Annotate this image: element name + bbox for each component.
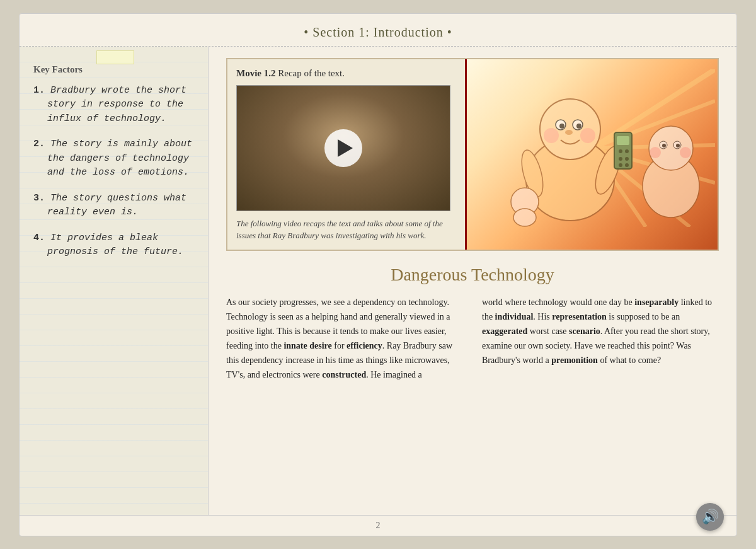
- main-content: Movie 1.2 Recap of the text. The followi…: [209, 47, 736, 515]
- bold-representation: representation: [552, 312, 607, 321]
- text-column-1: As our society progresses, we see a depe…: [226, 295, 463, 383]
- page-number: 2: [376, 521, 381, 530]
- sidebar-title: Key Factors: [33, 64, 197, 75]
- bold-scenario: scenario: [569, 327, 600, 336]
- svg-point-21: [619, 157, 622, 161]
- list-number: 3.: [33, 193, 45, 204]
- svg-point-29: [662, 144, 666, 147]
- list-item: 3. The story questions what reality even…: [33, 192, 197, 220]
- list-item: 2. The story is mainly about the dangers…: [33, 137, 197, 180]
- text-columns: As our society progresses, we see a depe…: [226, 295, 719, 383]
- svg-point-14: [580, 128, 595, 143]
- text-column-2: world where technology would one day be …: [482, 295, 719, 383]
- page-header: • Section 1: Introduction •: [20, 14, 736, 47]
- cartoon-panel: [467, 59, 718, 250]
- svg-point-31: [650, 147, 661, 158]
- section-title: Dangerous Technology: [226, 265, 719, 285]
- svg-point-20: [625, 149, 629, 153]
- bold-innate-desire: innate desire: [284, 341, 331, 350]
- bold-premonition: premonition: [551, 355, 598, 365]
- cartoon-illustration: [467, 59, 718, 250]
- bold-efficiency: efficiency: [346, 341, 382, 350]
- bold-constructed: constructed: [322, 370, 366, 379]
- svg-point-19: [619, 149, 622, 153]
- video-label-normal: Recap of the text.: [275, 68, 345, 78]
- svg-point-32: [680, 147, 691, 158]
- svg-rect-18: [617, 136, 629, 145]
- video-caption: The following video recaps the text and …: [236, 217, 456, 242]
- svg-point-22: [625, 157, 629, 161]
- video-label-bold: Movie 1.2: [236, 68, 275, 78]
- bold-exaggerated: exaggerated: [482, 327, 527, 336]
- video-thumbnail[interactable]: [236, 85, 450, 211]
- text-paragraph-1: As our society progresses, we see a depe…: [226, 295, 463, 383]
- svg-point-23: [619, 163, 622, 167]
- svg-point-10: [559, 124, 564, 129]
- media-row: Movie 1.2 Recap of the text. The followi…: [226, 58, 719, 251]
- video-label: Movie 1.2 Recap of the text.: [236, 68, 456, 79]
- list-item: 4. It provides a bleak prognosis of the …: [33, 231, 197, 260]
- video-panel: Movie 1.2 Recap of the text. The followi…: [227, 59, 467, 250]
- svg-point-34: [513, 209, 536, 226]
- play-button[interactable]: [324, 129, 362, 167]
- play-triangle-icon: [338, 139, 353, 157]
- svg-point-24: [625, 163, 629, 167]
- text-paragraph-2: world where technology would one day be …: [482, 295, 719, 367]
- audio-button[interactable]: 🔊: [696, 503, 724, 531]
- sidebar: Key Factors 1. Bradbury wrote the short …: [20, 47, 209, 515]
- page-footer: 2 🔊: [20, 515, 736, 536]
- sidebar-wrapper: Key Factors 1. Bradbury wrote the short …: [33, 57, 197, 260]
- header-text: • Section 1: Introduction •: [304, 25, 452, 39]
- svg-point-30: [676, 144, 680, 147]
- page: • Section 1: Introduction • Key Factors …: [19, 13, 737, 536]
- bold-individual: individual: [495, 312, 534, 321]
- page-body: Key Factors 1. Bradbury wrote the short …: [20, 47, 736, 515]
- svg-point-13: [544, 128, 559, 143]
- svg-point-12: [565, 130, 573, 135]
- key-factors-list: 1. Bradbury wrote the short story in res…: [33, 84, 197, 260]
- svg-point-11: [576, 124, 581, 129]
- list-number: 1.: [33, 85, 45, 96]
- list-number: 2.: [33, 139, 45, 149]
- bold-inseparably: inseparably: [634, 298, 679, 307]
- list-item: 1. Bradbury wrote the short story in res…: [33, 84, 197, 127]
- audio-icon: 🔊: [702, 509, 719, 525]
- cartoon-figure: [469, 69, 715, 239]
- list-number: 4.: [33, 233, 45, 243]
- tape-decoration: [96, 50, 134, 64]
